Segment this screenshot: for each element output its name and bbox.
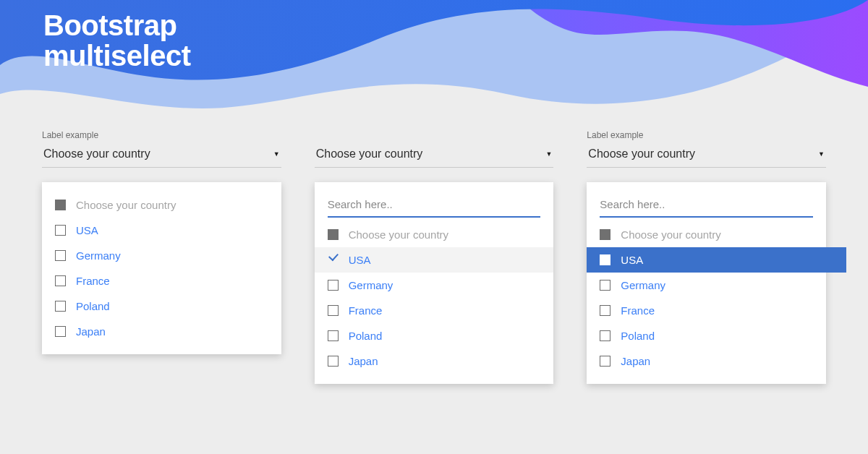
trigger-text: Choose your country — [43, 147, 150, 160]
checkbox-icon — [600, 330, 610, 341]
select-trigger[interactable]: Choose your country ▼ — [42, 147, 281, 168]
option-label: Germany — [349, 279, 393, 291]
option-japan[interactable]: Japan — [315, 348, 554, 374]
option-poland[interactable]: Poland — [315, 323, 554, 348]
option-france[interactable]: France — [315, 298, 554, 323]
option-label: USA — [349, 254, 371, 266]
checkbox-icon — [328, 356, 339, 367]
option-germany[interactable]: Germany — [42, 243, 281, 268]
option-japan[interactable]: Japan — [42, 319, 281, 344]
checkbox-icon — [55, 301, 66, 312]
caret-down-icon: ▼ — [818, 150, 825, 158]
select-trigger[interactable]: Choose your country ▼ — [315, 147, 554, 168]
select-trigger[interactable]: Choose your country ▼ — [587, 147, 826, 168]
option-poland[interactable]: Poland — [42, 294, 281, 319]
option-germany[interactable]: Germany — [587, 273, 826, 298]
multiselect-basic: Label example Choose your country ▼ Choo… — [42, 130, 281, 384]
page-title: Bootstrap multiselect — [43, 10, 190, 71]
option-usa[interactable]: USA — [587, 247, 846, 273]
checkbox-icon — [328, 330, 339, 341]
search-input[interactable] — [328, 192, 541, 218]
option-label: Poland — [621, 330, 655, 342]
checkbox-icon — [600, 254, 610, 265]
option-label: USA — [76, 224, 98, 236]
option-label: Germany — [76, 249, 121, 262]
option-label: Choose your country — [349, 228, 448, 241]
option-france[interactable]: France — [42, 268, 281, 294]
option-label: Choose your country — [621, 228, 720, 241]
option-label: Choose your country — [76, 199, 176, 211]
option-label: Japan — [349, 355, 378, 367]
option-label: Germany — [621, 279, 665, 291]
caret-down-icon: ▼ — [273, 150, 280, 158]
field-label: Label example — [42, 130, 281, 140]
checkbox-icon — [600, 305, 610, 316]
checkbox-icon — [55, 200, 66, 210]
trigger-text: Choose your country — [316, 147, 423, 160]
title-line-1: Bootstrap — [43, 9, 176, 41]
checkbox-icon — [328, 305, 339, 316]
checkbox-icon — [600, 356, 610, 367]
option-japan[interactable]: Japan — [587, 348, 826, 374]
option-placeholder[interactable]: Choose your country — [315, 222, 554, 247]
option-poland[interactable]: Poland — [587, 323, 826, 348]
option-label: France — [621, 304, 655, 317]
trigger-text: Choose your country — [588, 147, 695, 160]
search-input[interactable] — [600, 192, 813, 218]
title-line-2: multiselect — [43, 40, 190, 72]
option-label: Japan — [76, 325, 106, 338]
option-usa[interactable]: USA — [315, 247, 554, 273]
check-icon — [328, 254, 339, 265]
option-label: USA — [621, 254, 643, 266]
option-germany[interactable]: Germany — [315, 273, 554, 298]
checkbox-icon — [600, 229, 610, 240]
dropdown-panel: Choose your country USA Germany France P… — [587, 182, 826, 384]
field-label: Label example — [587, 130, 826, 140]
checkbox-icon — [55, 250, 66, 261]
checkbox-icon — [55, 275, 66, 286]
option-label: Poland — [76, 300, 110, 312]
checkbox-icon — [55, 225, 66, 236]
option-usa[interactable]: USA — [42, 218, 281, 243]
option-label: Poland — [349, 330, 383, 342]
checkbox-icon — [328, 229, 339, 240]
checkbox-icon — [600, 280, 610, 291]
option-france[interactable]: France — [587, 298, 826, 323]
option-placeholder[interactable]: Choose your country — [42, 192, 281, 218]
option-label: France — [76, 275, 110, 287]
caret-down-icon: ▼ — [545, 150, 552, 158]
field-label — [315, 130, 554, 140]
option-label: Japan — [621, 355, 650, 367]
multiselect-search-checked: Choose your country ▼ Choose your countr… — [315, 130, 554, 384]
option-placeholder[interactable]: Choose your country — [587, 222, 826, 247]
checkbox-icon — [328, 280, 339, 291]
dropdown-panel: Choose your country USA Germany France P… — [42, 182, 281, 354]
dropdown-panel: Choose your country USA Germany France P… — [315, 182, 554, 384]
multiselect-search-highlight: Label example Choose your country ▼ Choo… — [587, 130, 826, 384]
checkbox-icon — [55, 326, 66, 337]
option-label: France — [349, 304, 383, 317]
